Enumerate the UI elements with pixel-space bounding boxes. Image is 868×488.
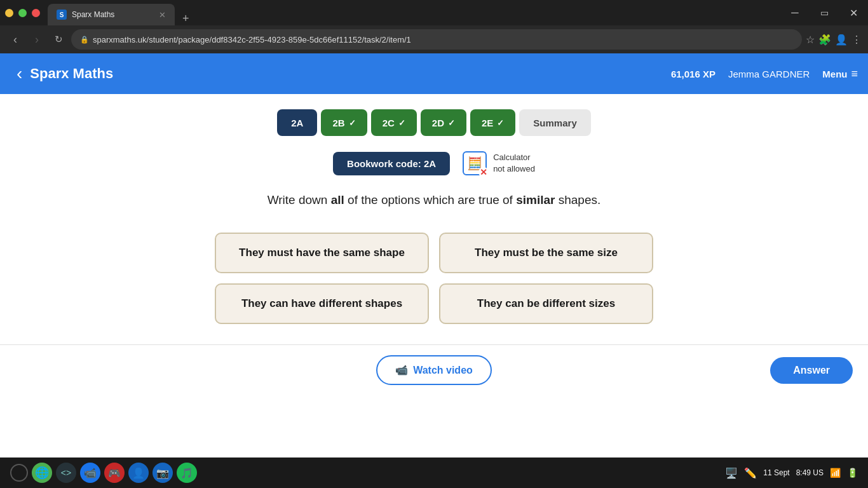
tab-2b[interactable]: 2B ✓ xyxy=(321,109,367,136)
nav-forward-btn[interactable]: › xyxy=(28,30,46,48)
taskbar-pen-icon[interactable]: ✏️ xyxy=(744,467,757,479)
taskbar-app6-icon[interactable]: 📷 xyxy=(153,463,173,483)
taskbar: 🌐 <> 📹 🎮 👤 📷 🎵 🖥️ ✏️ 11 Sept 8:49 US 📶 🔋 xyxy=(0,458,868,488)
calculator-x-icon: ✕ xyxy=(478,167,489,177)
taskbar-wifi-icon: 📶 xyxy=(830,468,841,478)
bookwork-area: Bookwork code: 2A 🧮 ✕ Calculator not all… xyxy=(0,151,868,175)
calculator-status: 🧮 ✕ Calculator not allowed xyxy=(463,151,535,175)
main-content: 2A 2B ✓ 2C ✓ 2D ✓ 2E ✓ Summary Bookwork … xyxy=(0,94,868,458)
option-4[interactable]: They can be different sizes xyxy=(439,283,653,324)
bookmark-icon[interactable]: ☆ xyxy=(806,34,815,46)
xp-display: 61,016 XP xyxy=(671,69,715,79)
new-tab-btn[interactable]: + xyxy=(176,12,196,25)
hamburger-icon: ≡ xyxy=(851,67,858,81)
browser-tab-label: Sparx Maths xyxy=(72,10,114,19)
tab-2e[interactable]: 2E ✓ xyxy=(470,109,515,136)
tab-navigation: 2A 2B ✓ 2C ✓ 2D ✓ 2E ✓ Summary xyxy=(0,109,868,136)
calculator-icon-box: 🧮 ✕ xyxy=(463,151,487,175)
taskbar-app4-icon[interactable]: 🎮 xyxy=(104,463,125,483)
bookwork-code: Bookwork code: 2A xyxy=(333,152,450,175)
app-header: ‹ Sparx Maths 61,016 XP Jemma GARDNER Me… xyxy=(0,53,868,94)
taskbar-chrome-icon[interactable]: 🌐 xyxy=(32,463,52,483)
back-button[interactable]: ‹ xyxy=(10,61,29,86)
taskbar-meet-icon[interactable]: 📹 xyxy=(80,463,100,483)
option-3[interactable]: They can have different shapes xyxy=(215,283,429,324)
tab-summary[interactable]: Summary xyxy=(519,109,590,136)
browser-menu-icon[interactable]: ⋮ xyxy=(851,34,862,46)
option-2[interactable]: They must be the same size xyxy=(439,233,653,273)
taskbar-time: 8:49 US xyxy=(796,468,824,477)
taskbar-date: 11 Sept xyxy=(763,468,789,477)
taskbar-screenshot-icon[interactable]: 🖥️ xyxy=(725,467,738,479)
secure-icon: 🔒 xyxy=(80,36,89,44)
browser-tab[interactable]: S Sparx Maths ✕ xyxy=(48,4,175,25)
taskbar-app5-icon[interactable]: 👤 xyxy=(128,463,149,483)
profile-icon[interactable]: 👤 xyxy=(835,34,848,46)
option-1[interactable]: They must have the same shape xyxy=(215,233,429,273)
nav-reload-btn[interactable]: ↻ xyxy=(50,30,67,48)
answer-button[interactable]: Answer xyxy=(770,357,853,384)
video-camera-icon: 📹 xyxy=(395,364,408,376)
tab-2d[interactable]: 2D ✓ xyxy=(421,109,466,136)
user-name: Jemma GARDNER xyxy=(728,69,810,79)
win-minimize-btn[interactable]: ─ xyxy=(780,0,810,25)
menu-button[interactable]: Menu ≡ xyxy=(822,67,858,81)
tab-2c-check: ✓ xyxy=(398,118,405,128)
tab-2d-check: ✓ xyxy=(448,118,455,128)
win-close-btn[interactable]: ✕ xyxy=(839,0,868,25)
taskbar-battery-icon: 🔋 xyxy=(847,468,858,478)
question-text: Write down all of the options which are … xyxy=(0,193,868,207)
app-logo: Sparx Maths xyxy=(30,65,113,82)
calculator-text: Calculator not allowed xyxy=(493,152,535,175)
url-text: sparxmaths.uk/student/package/ddf8342c-2… xyxy=(93,35,411,44)
menu-label: Menu xyxy=(822,69,847,79)
tab-2b-check: ✓ xyxy=(349,118,356,128)
address-bar[interactable]: 🔒 sparxmaths.uk/student/package/ddf8342c… xyxy=(71,29,802,50)
bottom-bar: 📹 Watch video Answer xyxy=(0,344,868,395)
tab-2c[interactable]: 2C ✓ xyxy=(371,109,417,136)
taskbar-spotify-icon[interactable]: 🎵 xyxy=(177,463,197,483)
extensions-icon[interactable]: 🧩 xyxy=(818,34,831,46)
taskbar-circle[interactable] xyxy=(10,464,28,482)
watch-video-button[interactable]: 📹 Watch video xyxy=(376,355,492,385)
tab-2a[interactable]: 2A xyxy=(277,109,317,136)
tab-2e-check: ✓ xyxy=(497,118,504,128)
taskbar-right: 🖥️ ✏️ 11 Sept 8:49 US 📶 🔋 xyxy=(725,467,858,479)
taskbar-code-icon[interactable]: <> xyxy=(56,463,76,483)
win-maximize-btn[interactable]: ▭ xyxy=(810,0,839,25)
nav-back-btn[interactable]: ‹ xyxy=(6,30,24,48)
tab-close-icon[interactable]: ✕ xyxy=(159,10,166,20)
options-grid: They must have the same shape They must … xyxy=(215,233,653,324)
